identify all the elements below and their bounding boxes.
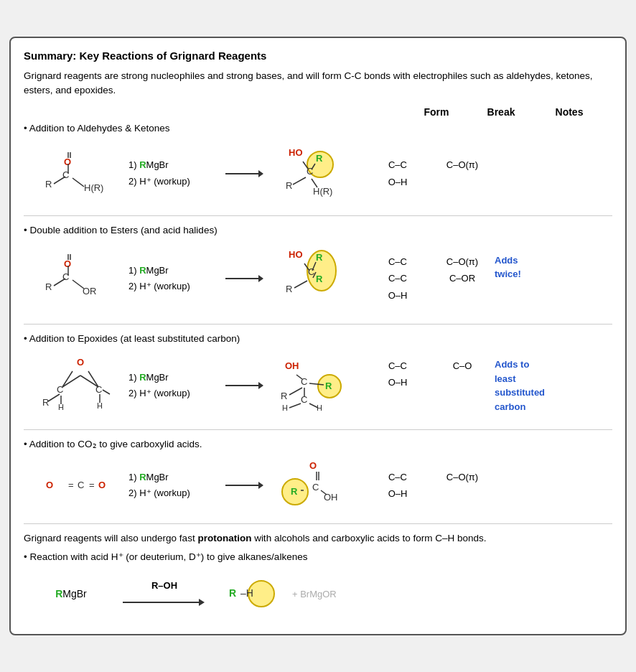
notes-header: Notes [533,105,605,120]
step1-2: 2) H⁺ (workup) [128,174,222,190]
svg-text:R: R [325,381,332,391]
svg-text:–H: –H [240,587,253,599]
svg-text:R: R [45,281,52,292]
svg-line-26 [54,279,65,286]
reaction3-steps: 1) RMgBr 2) H⁺ (workup) [121,370,222,401]
svg-text:H: H [282,403,288,412]
protonation-byproduct: + BrMgOR [292,587,337,602]
reaction4-bonds: C–C O–H C–O(π) [358,469,612,503]
reaction1-form: C–C O–H [365,157,430,190]
main-card: Summary: Key Reactions of Grignard Reage… [9,37,627,635]
svg-marker-10 [258,170,263,177]
svg-text:HO: HO [289,249,303,260]
svg-marker-78 [258,482,263,489]
above-arrow-label: R–OH [151,579,177,593]
reaction2-arrow [222,271,265,286]
svg-text:O: O [64,258,71,269]
svg-text:R: R [42,397,49,408]
section4-label: • Addition to CO₂ to give carboxylid aci… [24,437,612,452]
section1-label: • Addition to Aldehydes & Ketones [24,121,612,136]
svg-text:C: C [301,376,307,387]
reactant4-structure: O = C = O [35,465,121,505]
svg-text:O: O [309,460,317,471]
svg-text:O: O [77,357,84,368]
svg-text:O: O [64,157,71,167]
reactant3-structure: O C C R H H [35,351,121,420]
section-epoxides: • Addition to Epoxides (at least substit… [24,332,612,422]
svg-text:O: O [98,480,106,490]
reaction1-break: C–O(π) [430,157,495,173]
svg-line-17 [293,177,306,185]
reaction1-bonds: C–C O–H C–O(π) [358,157,612,190]
step2-1: 1) RMgBr [128,263,222,279]
reaction1-arrow [222,166,265,182]
reaction3-arrow [222,378,265,393]
svg-text:C: C [57,384,63,395]
reaction1-product: HO C R R H(R) [265,139,358,207]
reaction2-form: C–C C–C O–H [365,253,430,304]
svg-text:R: R [286,180,292,191]
svg-text:R: R [286,284,292,294]
step1-1: 1) RMgBr [128,157,222,173]
protonation-arrow-svg [121,594,207,610]
reaction2: O C R OR 1) RMgBr 2) H⁺ (workup) [35,241,612,317]
reaction4-arrow [222,477,265,493]
reaction3-form: C–C O–H [365,358,430,391]
svg-text:R: R [45,179,52,190]
svg-line-55 [103,390,110,394]
protonation-product: R –H [222,571,286,618]
svg-text:HO: HO [289,147,303,158]
section3-label: • Addition to Epoxides (at least substit… [24,332,612,346]
protonation-section-label: • Reaction with acid H⁺ (or deuterium, D… [24,550,612,564]
svg-marker-89 [199,599,205,606]
protonation-reagent: RMgBr [35,587,107,602]
svg-line-49 [48,394,60,401]
step2-2: 2) H⁺ (workup) [128,279,222,294]
reactant1-structure: O C R H(R) [35,142,121,204]
step4-1: 1) RMgBr [128,470,222,485]
section-aldehydes-ketones: • Addition to Aldehydes & Ketones O C R … [24,121,612,208]
reaction1-steps: 1) RMgBr 2) H⁺ (workup) [121,157,222,189]
reaction4-break: C–O(π) [430,469,495,485]
svg-text:=: = [89,480,95,490]
step3-1: 1) RMgBr [128,370,222,386]
break-header: Break [469,105,533,120]
reaction1: O C R H(R) 1) RMgBr 2) H⁺ (workup) [35,139,612,207]
reaction4: O = C = O 1) RMgBr 2) H⁺ (workup) [35,454,612,516]
svg-line-7 [73,178,84,187]
reaction2-notes: Addstwice! [495,253,566,281]
svg-text:O: O [46,480,53,490]
column-headers: Form Break Notes [24,105,612,120]
svg-line-45 [62,371,73,387]
svg-text:=: = [68,480,74,490]
form-header: Form [404,105,469,120]
reaction2-break: C–O(π) C–OR [430,253,495,287]
svg-text:OR: OR [83,286,97,297]
svg-text:OH: OH [324,492,338,503]
divider4 [24,523,612,524]
svg-text:R: R [316,153,323,164]
section-co2: • Addition to CO₂ to give carboxylid aci… [24,437,612,517]
svg-text:R: R [291,486,298,497]
step3-2: 2) H⁺ (workup) [128,386,222,401]
reactant2-structure: O C R OR [35,246,121,311]
svg-text:OH: OH [285,360,299,371]
reaction2-product: HO C R R R [265,241,358,317]
reaction3-bonds: C–C O–H C–O Adds toleastsubstitutedcarbo… [358,358,612,414]
section-esters: • Double addition to Esters (and acid ha… [24,223,612,317]
svg-text:C: C [95,384,102,395]
svg-text:H: H [97,401,103,410]
reaction4-product: O C R OH [265,454,358,516]
svg-text:H(R): H(R) [84,182,103,193]
divider2 [24,324,612,325]
reaction4-steps: 1) RMgBr 2) H⁺ (workup) [121,470,222,501]
svg-text:R: R [316,252,323,263]
protonation-text: Grignard reagents will also undergo fast… [24,531,612,546]
reaction3-break: C–O [430,358,495,374]
svg-line-42 [62,375,80,387]
svg-marker-57 [258,382,263,389]
svg-text:H(R): H(R) [313,186,332,197]
reaction3-notes: Adds toleastsubstitutedcarbon [495,358,566,414]
svg-text:H: H [317,403,322,412]
protonation-reaction: RMgBr R–OH R –H + BrMgOR [35,571,612,618]
